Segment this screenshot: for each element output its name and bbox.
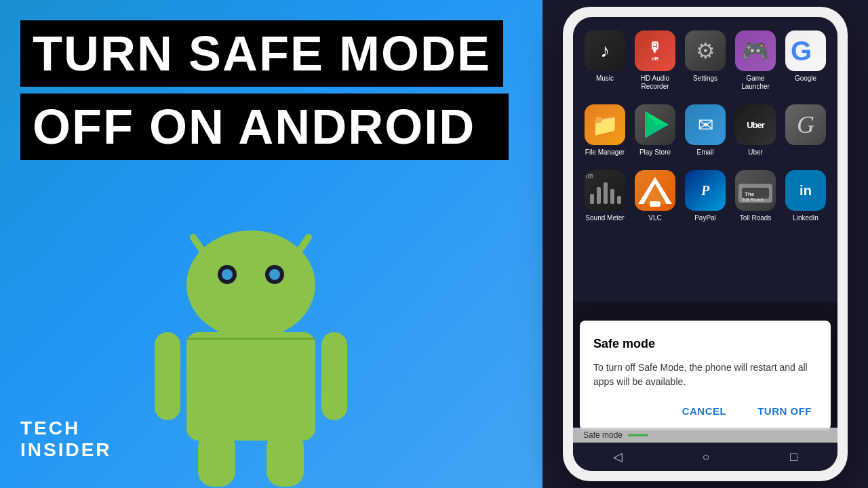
dialog-message: To turn off Safe Mode, the phone will re… — [593, 361, 817, 389]
app-play-store[interactable]: Play Store — [633, 104, 677, 157]
app-email[interactable]: ✉ Email — [684, 104, 727, 157]
svg-rect-10 — [198, 432, 235, 487]
svg-rect-20 — [617, 196, 621, 204]
vlc-icon — [635, 170, 675, 211]
home-button[interactable]: ○ — [703, 450, 710, 464]
app-settings-label: Settings — [693, 75, 717, 83]
nav-bar: ◁ ○ □ — [573, 443, 837, 471]
toll-roads-icon: The Toll Roads — [735, 170, 776, 211]
dialog-buttons: Cancel Turn off — [593, 403, 817, 420]
brand-container: TECH INSIDER — [20, 418, 112, 461]
app-music[interactable]: ♪ Music — [583, 30, 627, 91]
svg-text:dB: dB — [586, 173, 593, 180]
app-vlc[interactable]: VLC — [633, 170, 677, 222]
app-sound-meter[interactable]: dB Sound Meter — [583, 170, 627, 222]
g-gray-icon: G — [785, 104, 826, 145]
hd-audio-icon: 🎙 dB — [635, 30, 675, 71]
svg-rect-8 — [155, 332, 180, 420]
svg-rect-16 — [590, 194, 594, 204]
brand-insider: INSIDER — [20, 439, 112, 461]
svg-text:G: G — [791, 36, 812, 66]
app-uber[interactable]: Uber Uber — [734, 104, 777, 157]
cancel-button[interactable]: Cancel — [677, 403, 732, 420]
svg-text:Toll Roads: Toll Roads — [742, 197, 764, 202]
left-panel: TURN SAFE MODE OFF ON ANDROID — [0, 0, 542, 488]
app-music-label: Music — [596, 75, 614, 83]
app-toll-roads-label: Toll Roads — [740, 214, 772, 222]
turn-off-button[interactable]: Turn off — [752, 403, 817, 420]
app-paypal[interactable]: P PayPal — [684, 170, 727, 222]
app-hd-audio-label: HD Audio Recorder — [633, 75, 677, 91]
app-play-store-label: Play Store — [639, 148, 671, 157]
android-robot — [115, 197, 387, 488]
app-google-label: Google — [795, 75, 816, 83]
brand-tech: TECH — [20, 418, 112, 439]
svg-point-6 — [269, 269, 280, 280]
paypal-icon: P — [685, 170, 726, 211]
app-vlc-label: VLC — [648, 214, 661, 222]
app-linkedin-label: LinkedIn — [793, 214, 818, 222]
recent-button[interactable]: □ — [790, 450, 797, 464]
play-store-icon — [635, 104, 675, 145]
phone-screen: ♪ Music 🎙 dB HD Audio Recorder ⚙ Setting… — [573, 17, 837, 471]
app-paypal-label: PayPal — [694, 214, 716, 222]
title-text-line1: TURN SAFE MODE — [33, 26, 491, 81]
app-sound-meter-label: Sound Meter — [585, 214, 624, 222]
svg-point-5 — [222, 269, 233, 280]
app-game-launcher[interactable]: 🎮 Game Launcher — [734, 30, 777, 91]
title-line1: TURN SAFE MODE — [20, 20, 503, 87]
svg-rect-18 — [604, 182, 608, 204]
back-button[interactable]: ◁ — [613, 449, 623, 464]
app-g-gray[interactable]: G — [784, 104, 827, 157]
svg-rect-24 — [650, 201, 660, 207]
right-panel: ♪ Music 🎙 dB HD Audio Recorder ⚙ Setting… — [542, 0, 868, 488]
game-icon: 🎮 — [735, 30, 776, 71]
svg-rect-11 — [267, 432, 304, 487]
dialog-title: Safe mode — [593, 337, 817, 351]
uber-icon: Uber — [735, 104, 776, 145]
app-settings[interactable]: ⚙ Settings — [684, 30, 727, 91]
app-game-label: Game Launcher — [734, 75, 777, 91]
safe-mode-indicator — [628, 434, 648, 436]
svg-rect-19 — [610, 189, 614, 204]
svg-point-2 — [186, 230, 315, 339]
app-linkedin[interactable]: in LinkedIn — [784, 170, 827, 222]
svg-rect-17 — [597, 187, 601, 204]
safe-mode-dialog: Safe mode To turn off Safe Mode, the pho… — [580, 321, 831, 430]
google-icon: G — [785, 30, 826, 71]
svg-text:The: The — [745, 191, 755, 197]
app-hd-audio[interactable]: 🎙 dB HD Audio Recorder — [633, 30, 677, 91]
email-icon: ✉ — [685, 104, 726, 145]
safe-mode-text: Safe mode — [583, 430, 623, 440]
title-line2: OFF ON ANDROID — [20, 94, 509, 160]
title-container: TURN SAFE MODE OFF ON ANDROID — [20, 20, 509, 160]
app-google[interactable]: G Google — [784, 30, 827, 91]
app-file-manager[interactable]: 📁 File Manager — [583, 104, 627, 157]
settings-icon: ⚙ — [685, 30, 726, 71]
app-toll-roads[interactable]: The Toll Roads Toll Roads — [734, 170, 777, 222]
svg-rect-9 — [321, 332, 347, 420]
phone-frame: ♪ Music 🎙 dB HD Audio Recorder ⚙ Setting… — [563, 7, 848, 481]
title-text-line2: OFF ON ANDROID — [33, 100, 475, 154]
app-uber-label: Uber — [748, 148, 763, 157]
music-icon: ♪ — [585, 30, 625, 71]
safe-mode-bar: Safe mode — [573, 428, 837, 443]
sound-meter-icon: dB — [585, 170, 625, 211]
svg-rect-7 — [186, 332, 315, 441]
app-grid: ♪ Music 🎙 dB HD Audio Recorder ⚙ Setting… — [573, 17, 837, 229]
app-email-label: Email — [696, 148, 713, 157]
file-manager-icon: 📁 — [585, 104, 625, 145]
app-file-label: File Manager — [585, 148, 625, 157]
linkedin-icon: in — [785, 170, 826, 211]
